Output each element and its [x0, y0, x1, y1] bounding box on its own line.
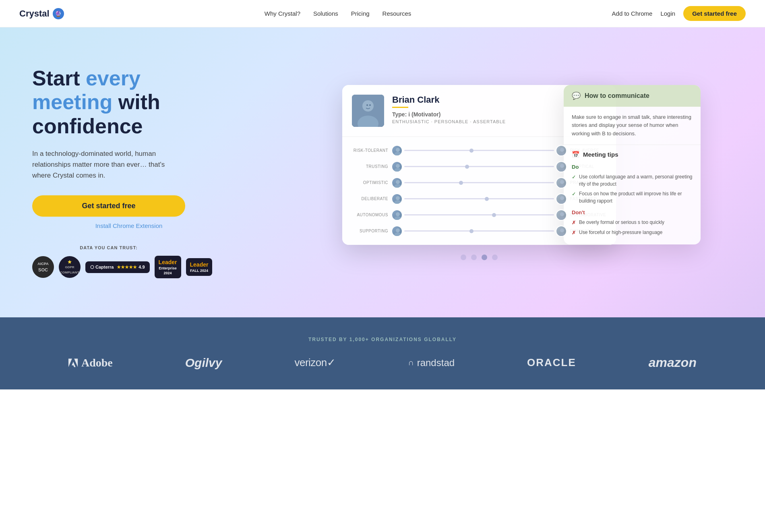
- svg-point-14: [394, 184, 401, 188]
- svg-point-5: [396, 148, 400, 152]
- trait-bar-4: [404, 214, 554, 215]
- trust-label: DATA YOU CAN TRUST:: [32, 245, 185, 250]
- dont-item-2: ✗ Use forceful or high-pressure language: [572, 229, 693, 236]
- dot-2[interactable]: [482, 255, 487, 260]
- ogilvy-text: Ogilvy: [185, 356, 222, 370]
- hero-section: Start every meeting with confidence In a…: [0, 27, 765, 317]
- svg-point-25: [396, 228, 400, 232]
- trait-dot-right-4: [556, 209, 567, 221]
- communicate-title: How to communicate: [585, 92, 649, 99]
- trait-left-0: RISK-TOLERANT: [352, 148, 388, 153]
- trait-left-2: OPTIMISTIC: [352, 180, 388, 185]
- trait-bar-3: [404, 198, 554, 199]
- amazon-text: amazon: [649, 355, 697, 370]
- svg-point-7: [560, 148, 564, 152]
- profile-avatar: [352, 95, 384, 127]
- randstad-text: randstad: [417, 357, 455, 368]
- logo-adobe: Adobe: [68, 356, 113, 369]
- nav-pricing[interactable]: Pricing: [351, 10, 370, 17]
- logo-text: Crystal: [19, 8, 50, 19]
- dot-0[interactable]: [461, 255, 466, 260]
- svg-point-27: [560, 228, 564, 232]
- hero-left: Start every meeting with confidence In a…: [32, 66, 225, 279]
- aicpa-badge: AICPA SOC: [32, 256, 54, 278]
- do-label: Do: [572, 164, 693, 170]
- svg-point-26: [394, 232, 401, 237]
- logo[interactable]: Crystal 🔮: [19, 8, 64, 19]
- svg-point-9: [396, 164, 400, 168]
- do-item-2-text: Focus on how the product will improve hi…: [579, 190, 693, 205]
- trait-bar-0: [404, 150, 554, 151]
- trait-bar-1: [404, 166, 554, 167]
- svg-point-10: [394, 168, 401, 172]
- capterra-badge: ⬡ Capterra ★★★★★ 4.9: [85, 261, 150, 273]
- hero-subtitle: In a technology-dominated world, human r…: [32, 148, 185, 181]
- meeting-tips: 📅 Meeting tips Do ✓ Use colorful languag…: [564, 145, 701, 244]
- trait-left-1: TRUSTING: [352, 164, 388, 169]
- dont-item-2-text: Use forceful or high-pressure language: [579, 229, 662, 236]
- check-icon-2: ✓: [572, 190, 576, 198]
- svg-point-19: [560, 196, 564, 200]
- right-panel: 💬 How to communicate Make sure to engage…: [564, 85, 701, 244]
- trait-dot-right-3: [556, 193, 567, 205]
- nav-resources[interactable]: Resources: [382, 10, 411, 17]
- tips-icon: 📅: [572, 151, 580, 158]
- logo-icon: 🔮: [53, 8, 64, 19]
- trait-left-4: AUTONOMOUS: [352, 213, 388, 217]
- avatar-svg: [352, 95, 384, 127]
- trait-dot-left-2: [391, 177, 403, 188]
- svg-point-6: [394, 152, 401, 156]
- nav-links: Why Crystal? Solutions Pricing Resources: [265, 10, 411, 17]
- install-chrome-link[interactable]: Install Chrome Extension: [32, 222, 225, 229]
- hero-title-start: Start: [32, 66, 86, 90]
- nav-solutions[interactable]: Solutions: [313, 10, 338, 17]
- ui-card-wrapper: Brian Clark Type: i (Motivator) ENTHUSIA…: [342, 85, 616, 260]
- dont-item-1: ✗ Be overly formal or serious s too quic…: [572, 219, 693, 226]
- nav-why-crystal[interactable]: Why Crystal?: [265, 10, 300, 17]
- profile-divider: [392, 107, 408, 108]
- do-item-2: ✓ Focus on how the product will improve …: [572, 190, 693, 205]
- get-started-nav-button[interactable]: Get started free: [683, 6, 746, 21]
- logo-amazon: amazon: [649, 355, 697, 370]
- dont-item-1-text: Be overly formal or serious s too quickl…: [579, 219, 664, 226]
- trait-dot-right-0: [556, 145, 567, 156]
- svg-point-18: [394, 200, 401, 205]
- trait-bar-2: [404, 182, 554, 183]
- login-link[interactable]: Login: [660, 10, 675, 17]
- svg-point-4: [369, 104, 371, 106]
- svg-point-11: [560, 164, 564, 168]
- logo-verizon: verizon✓: [294, 356, 335, 369]
- logo-oracle: ORACLE: [527, 356, 576, 369]
- check-icon-1: ✓: [572, 174, 576, 181]
- trait-bar-5: [404, 230, 554, 232]
- adobe-icon: [68, 358, 78, 368]
- g2-fall-badge: Leader FALL 2024: [186, 258, 213, 276]
- communicate-body: Make sure to engage in small talk, share…: [564, 107, 701, 145]
- trait-left-5: SUPPORTING: [352, 229, 388, 233]
- dot-1[interactable]: [471, 255, 477, 260]
- dont-label: Don't: [572, 209, 693, 215]
- trait-dot-left-3: [391, 193, 403, 205]
- svg-point-21: [396, 212, 400, 216]
- get-started-hero-button[interactable]: Get started free: [32, 195, 185, 217]
- communicate-header: 💬 How to communicate: [564, 85, 701, 107]
- verizon-text: verizon✓: [294, 356, 335, 369]
- dot-3[interactable]: [492, 255, 498, 260]
- trait-dot-right-5: [556, 226, 567, 237]
- nav-right: Add to Chrome Login Get started free: [612, 6, 746, 21]
- oracle-text: ORACLE: [527, 356, 576, 369]
- communicate-icon: 💬: [572, 91, 581, 100]
- avatar-image: [352, 95, 384, 127]
- trait-dot-left-0: [391, 145, 403, 156]
- x-icon-2: ✗: [572, 229, 576, 236]
- logo-ogilvy: Ogilvy: [185, 356, 222, 370]
- svg-point-3: [366, 104, 368, 106]
- trait-dot-right-2: [556, 177, 567, 188]
- trust-badges: AICPA SOC ⭐ GDPR COMPLIANT ⬡ Capterra ★★…: [32, 256, 225, 278]
- do-item-1: ✓ Use colorful language and a warm, pers…: [572, 173, 693, 188]
- hero-right: Brian Clark Type: i (Motivator) ENTHUSIA…: [225, 85, 733, 260]
- hero-title: Start every meeting with confidence: [32, 66, 225, 139]
- trusted-label: TRUSTED BY 1,000+ ORGANIZATIONS GLOBALLY: [32, 337, 733, 342]
- do-item-1-text: Use colorful language and a warm, person…: [579, 173, 693, 188]
- add-to-chrome-link[interactable]: Add to Chrome: [612, 10, 653, 17]
